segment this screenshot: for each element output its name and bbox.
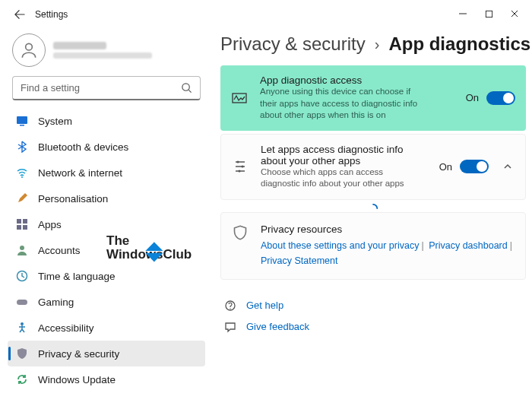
- card-desc: Anyone using this device can choose if t…: [260, 86, 420, 122]
- svg-point-16: [242, 166, 244, 168]
- person-icon: [19, 40, 39, 60]
- svg-point-5: [21, 176, 23, 178]
- card-privacy-resources: Privacy resources About these settings a…: [220, 212, 526, 280]
- user-block[interactable]: [8, 30, 205, 75]
- toggle-app-diagnostic-access[interactable]: [486, 91, 515, 105]
- sidebar-item-network[interactable]: Network & internet: [8, 160, 205, 186]
- card-let-apps-access[interactable]: Let apps access diagnostic info about yo…: [220, 134, 526, 200]
- feedback-icon: [223, 321, 237, 333]
- arrow-left-icon: [14, 9, 25, 20]
- give-feedback-label: Give feedback: [246, 321, 309, 332]
- window-title: Settings: [35, 9, 68, 20]
- breadcrumb: Privacy & security › App diagnostics: [220, 33, 526, 65]
- sidebar-item-label: Accounts: [38, 245, 81, 256]
- maximize-button[interactable]: [483, 9, 494, 21]
- sidebar-item-label: Accessibility: [38, 322, 94, 334]
- search-icon: [181, 82, 192, 94]
- titlebar: Settings: [0, 0, 532, 29]
- link-privacy-statement[interactable]: Privacy Statement: [261, 255, 337, 266]
- card-app-diagnostic-access: App diagnostic access Anyone using this …: [220, 65, 526, 131]
- svg-rect-9: [23, 225, 27, 230]
- toggle-state-label: On: [466, 92, 479, 103]
- accounts-icon: [15, 243, 29, 257]
- toggle-state-label: On: [439, 161, 452, 173]
- chevron-up-icon[interactable]: [501, 162, 515, 171]
- sidebar-item-windows-update[interactable]: Windows Update: [8, 366, 205, 392]
- svg-point-2: [182, 84, 189, 90]
- sidebar-item-accessibility[interactable]: Accessibility: [8, 315, 205, 341]
- svg-rect-6: [17, 219, 21, 224]
- sidebar-item-label: Personalisation: [38, 193, 108, 205]
- breadcrumb-current: App diagnostics: [388, 33, 530, 55]
- card-title: App diagnostic access: [260, 75, 454, 86]
- sidebar-item-label: Time & language: [38, 271, 116, 282]
- wifi-icon: [15, 166, 29, 179]
- help-icon: [223, 300, 237, 312]
- svg-point-10: [20, 246, 24, 250]
- apps-icon: [15, 217, 29, 231]
- link-privacy-dashboard[interactable]: Privacy dashboard: [429, 240, 508, 251]
- close-button[interactable]: [509, 9, 520, 21]
- sidebar-item-label: Privacy & security: [38, 348, 119, 360]
- accessibility-icon: [15, 321, 29, 335]
- shield-icon: [232, 225, 249, 240]
- svg-rect-8: [17, 225, 21, 230]
- loading-indicator: [220, 203, 526, 212]
- clock-icon: [15, 269, 29, 283]
- search-input[interactable]: Find a setting: [12, 76, 201, 100]
- svg-point-13: [21, 322, 24, 325]
- sidebar-item-label: Windows Update: [38, 374, 116, 385]
- sidebar-item-personalisation[interactable]: Personalisation: [8, 186, 205, 211]
- watermark: The WindowsClub ◢◣◥◤: [106, 234, 192, 284]
- svg-rect-12: [17, 300, 27, 305]
- svg-point-15: [237, 161, 239, 163]
- diagnostics-icon: [231, 90, 248, 106]
- give-feedback-link[interactable]: Give feedback: [220, 316, 526, 338]
- shield-icon: [15, 347, 29, 360]
- get-help-label: Get help: [246, 300, 283, 311]
- sidebar-item-label: System: [38, 116, 72, 127]
- svg-rect-7: [23, 219, 27, 224]
- minimize-button[interactable]: [458, 9, 468, 21]
- svg-rect-3: [17, 116, 27, 124]
- sidebar-item-privacy-security[interactable]: Privacy & security: [8, 341, 205, 366]
- sidebar-item-label: Gaming: [38, 297, 74, 308]
- sidebar-item-bluetooth[interactable]: Bluetooth & devices: [8, 134, 205, 160]
- svg-point-17: [239, 170, 241, 173]
- main-content: Privacy & security › App diagnostics App…: [210, 29, 532, 406]
- search-placeholder: Find a setting: [21, 82, 80, 94]
- sidebar-item-label: Bluetooth & devices: [38, 141, 128, 153]
- sidebar-item-label: Network & internet: [38, 167, 122, 179]
- back-button[interactable]: [9, 9, 30, 20]
- list-settings-icon: [232, 159, 249, 174]
- bluetooth-icon: [15, 140, 29, 154]
- gaming-icon: [15, 295, 29, 309]
- card-title: Privacy resources: [261, 224, 515, 235]
- system-icon: [15, 114, 29, 128]
- sidebar-item-system[interactable]: System: [8, 108, 205, 134]
- user-info-redacted: [53, 42, 152, 59]
- card-desc: Choose which apps can access diagnostic …: [261, 167, 420, 190]
- sidebar-item-label: Apps: [38, 219, 62, 230]
- svg-point-19: [230, 308, 230, 309]
- brush-icon: [15, 192, 29, 205]
- update-icon: [15, 373, 29, 386]
- avatar: [12, 33, 46, 67]
- get-help-link[interactable]: Get help: [220, 295, 526, 316]
- sidebar-item-gaming[interactable]: Gaming: [8, 289, 205, 315]
- toggle-let-apps-access[interactable]: [460, 160, 489, 173]
- svg-rect-0: [486, 11, 492, 17]
- chevron-right-icon: ›: [375, 36, 380, 53]
- svg-rect-4: [20, 125, 24, 126]
- svg-point-1: [26, 43, 33, 50]
- link-about-settings[interactable]: About these settings and your privacy: [261, 240, 419, 251]
- sidebar: Find a setting System Bluetooth & device…: [0, 29, 210, 406]
- card-title: Let apps access diagnostic info about yo…: [261, 144, 427, 167]
- breadcrumb-parent[interactable]: Privacy & security: [220, 33, 366, 55]
